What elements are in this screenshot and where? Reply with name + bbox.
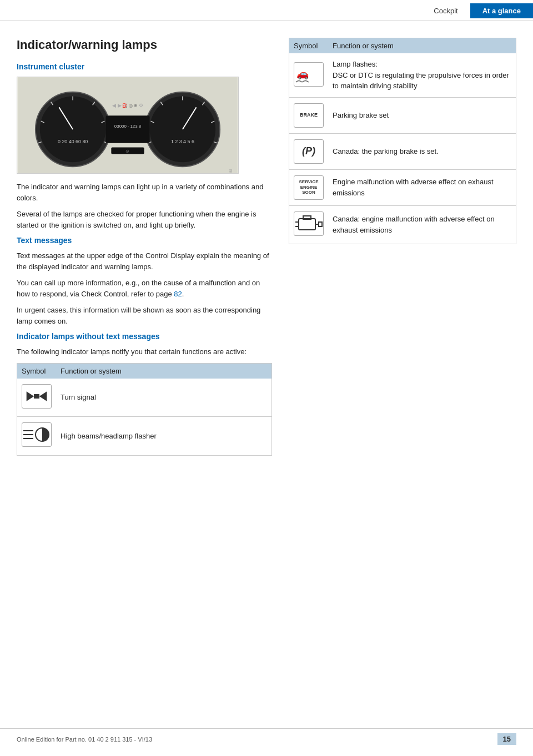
body-text-5: In urgent cases, this information will b… (17, 305, 272, 326)
svg-marker-32 (27, 391, 34, 401)
function-cell: Canada: engine malfunction with adverse … (328, 205, 516, 244)
indicator-col-symbol: Symbol (17, 364, 56, 379)
symbol-cell: 🚗 (289, 53, 328, 97)
svg-text:⛽ ◎ ❄: ⛽ ◎ ❄ (122, 103, 138, 108)
section-instrument-cluster-heading: Instrument cluster (17, 62, 272, 71)
page-ref-link[interactable]: 82 (174, 290, 182, 298)
page-title: Indicator/warning lamps (17, 38, 272, 52)
svg-rect-42 (303, 216, 311, 219)
right-table-wrap: Symbol Function or system 🚗Lamp flashes:… (289, 38, 516, 244)
indicator-col-function: Function or system (56, 364, 271, 379)
body-text-6: The following indicator lamps notify you… (17, 346, 272, 357)
indicator-table-header: Symbol Function or system (17, 364, 271, 379)
function-cell: Turn signal (56, 379, 271, 417)
section-text-messages-heading: Text messages (17, 236, 272, 245)
table-row: SERVICEENGINESOONEngine malfunction with… (289, 169, 516, 205)
left-column: Indicator/warning lamps Instrument clust… (17, 38, 272, 456)
svg-text:03000 · 123.8: 03000 · 123.8 (114, 124, 142, 129)
svg-text:🚗: 🚗 (296, 68, 309, 80)
symbol-cell: BRAKE (289, 97, 328, 133)
right-col-function: Function or system (328, 38, 516, 53)
svg-rect-23 (105, 115, 149, 143)
symbol-cell: (P) (289, 133, 328, 169)
table-row: (P)Canada: the parking brake is set. (289, 133, 516, 169)
footer-text: Online Edition for Part no. 01 40 2 911 … (17, 736, 152, 743)
page-footer: Online Edition for Part no. 01 40 2 911 … (0, 728, 533, 745)
svg-marker-34 (39, 391, 47, 401)
right-column: Symbol Function or system 🚗Lamp flashes:… (289, 38, 516, 456)
table-row: Turn signal (17, 379, 271, 417)
function-cell: Engine malfunction with adverse effect o… (328, 169, 516, 205)
body-text-1: The indicator and warning lamps can ligh… (17, 182, 272, 203)
indicator-table: Symbol Function or system Turn signalHig… (17, 364, 271, 455)
symbol-cell: SERVICEENGINESOON (289, 169, 328, 205)
function-cell: Lamp flashes: DSC or DTC is regulating t… (328, 53, 516, 97)
svg-rect-35 (34, 394, 39, 399)
page-header: Cockpit At a glance (0, 0, 533, 21)
table-row: BRAKEParking brake set (289, 97, 516, 133)
right-symbol-table: Symbol Function or system 🚗Lamp flashes:… (289, 38, 516, 244)
page-number: 15 (497, 733, 516, 745)
table-row: High beams/headlamp flasher (17, 417, 271, 455)
function-cell: Parking brake set (328, 97, 516, 133)
symbol-cell (289, 205, 328, 244)
indicator-table-wrap: Symbol Function or system Turn signalHig… (17, 363, 272, 456)
table-row: 🚗Lamp flashes: DSC or DTC is regulating … (289, 53, 516, 97)
svg-text:WW0110C0M: WW0110C0M (229, 169, 233, 173)
svg-rect-41 (299, 219, 315, 230)
instrument-cluster-image: 0 20 40 60 80 1 2 3 4 5 6 (17, 77, 239, 174)
svg-point-2 (40, 97, 106, 163)
svg-point-13 (150, 97, 216, 163)
body-text-3: Text messages at the upper edge of the C… (17, 250, 272, 272)
function-cell: High beams/headlamp flasher (56, 417, 271, 455)
body-text-4-pre: You can call up more information, e.g., … (17, 279, 260, 298)
tab-cockpit[interactable]: Cockpit (421, 3, 470, 18)
symbol-cell (17, 417, 56, 455)
svg-text:⚙: ⚙ (139, 103, 143, 108)
svg-text:1  2  3  4  5  6: 1 2 3 4 5 6 (171, 139, 194, 144)
header-tabs: Cockpit At a glance (421, 3, 533, 18)
symbol-cell (17, 379, 56, 417)
svg-rect-46 (319, 222, 322, 226)
body-text-2: Several of the lamps are checked for pro… (17, 209, 272, 230)
table-row: Canada: engine malfunction with adverse … (289, 205, 516, 244)
tab-at-a-glance[interactable]: At a glance (470, 3, 533, 18)
body-text-4: You can call up more information, e.g., … (17, 278, 272, 299)
right-col-symbol: Symbol (289, 38, 328, 53)
svg-text:0  20  40  60  80: 0 20 40 60 80 (58, 139, 88, 144)
main-content: Indicator/warning lamps Instrument clust… (0, 21, 533, 467)
svg-text:⊙: ⊙ (126, 149, 130, 154)
section-indicator-lamps-heading: Indicator lamps without text messages (17, 332, 272, 341)
svg-text:◀ ▶: ◀ ▶ (112, 103, 121, 108)
right-table-header: Symbol Function or system (289, 38, 516, 53)
function-cell: Canada: the parking brake is set. (328, 133, 516, 169)
